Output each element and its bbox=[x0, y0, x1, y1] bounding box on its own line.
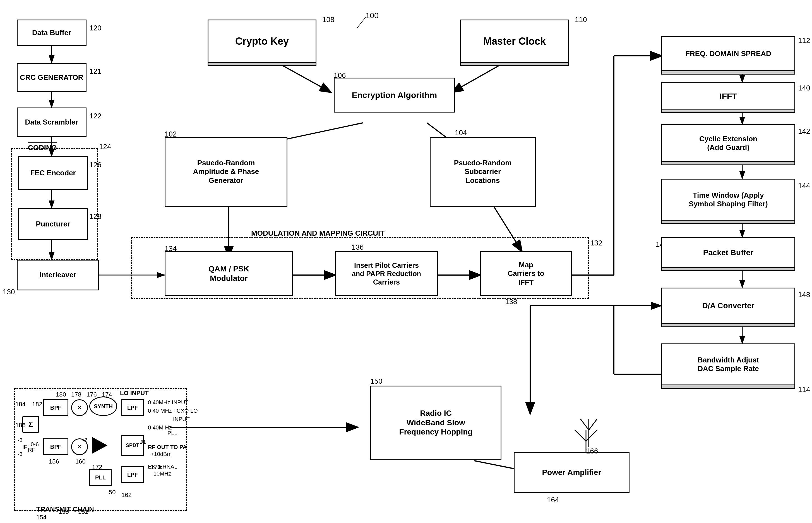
ref-186: 186 bbox=[15, 422, 26, 429]
synth-block: SYNTH bbox=[89, 397, 117, 416]
ref-100: 100 bbox=[365, 11, 379, 20]
label-external: EXTERNAL bbox=[148, 464, 177, 470]
ref-106: 106 bbox=[334, 71, 346, 80]
label-if: IF bbox=[22, 444, 27, 450]
ifft-block: IFFT bbox=[661, 83, 795, 110]
fec-encoder-block: FEC Encoder bbox=[18, 156, 88, 190]
ref-166: 166 bbox=[586, 447, 598, 455]
svg-line-36 bbox=[357, 17, 365, 28]
bpf-top-block: BPF bbox=[43, 399, 68, 416]
label-rf: RF bbox=[28, 447, 35, 453]
ref-121: 121 bbox=[89, 67, 101, 76]
ref-124: 124 bbox=[99, 142, 111, 151]
ref-184: 184 bbox=[15, 401, 26, 408]
label-minus2: -2 bbox=[82, 437, 87, 444]
crc-generator-block: CRC GENERATOR bbox=[17, 63, 87, 92]
radio-ic-block: Radio IC WideBand Slow Frequency Hopping bbox=[370, 385, 502, 459]
qam-psk-block: QAM / PSK Modulator bbox=[165, 251, 293, 296]
interleaver-block: Interleaver bbox=[17, 260, 99, 290]
ref-176: 176 bbox=[87, 391, 97, 398]
ref-182: 182 bbox=[32, 401, 42, 408]
ref-134: 134 bbox=[165, 244, 177, 253]
mixer-top: × bbox=[71, 399, 88, 416]
pll-block: PLL bbox=[89, 469, 112, 486]
label-plus10dbm: +10dBm bbox=[151, 451, 172, 457]
da-converter-block: D/A Converter bbox=[661, 288, 795, 324]
freq-domain-block: FREQ. DOMAIN SPREAD bbox=[661, 36, 795, 71]
ref-164: 164 bbox=[547, 495, 559, 504]
label-input: INPUT bbox=[173, 416, 190, 422]
bandwidth-adjust-block: Bandwidth Adjust DAC Sample Rate bbox=[661, 343, 795, 385]
ref-160: 160 bbox=[75, 458, 86, 465]
ref-114: 114 bbox=[798, 385, 810, 394]
ref-104: 104 bbox=[455, 128, 467, 137]
data-buffer-block: Data Buffer bbox=[17, 20, 87, 46]
ref-178: 178 bbox=[71, 391, 81, 398]
label-10mhz: 10MHz bbox=[153, 470, 171, 477]
ref-172: 172 bbox=[92, 464, 102, 471]
ref-174: 174 bbox=[102, 391, 112, 398]
ref-108: 108 bbox=[322, 15, 334, 24]
ref-154: 154 bbox=[36, 514, 46, 521]
label-pll: PLL bbox=[167, 430, 177, 436]
ref-142: 142 bbox=[798, 127, 810, 136]
ref-150: 150 bbox=[370, 377, 382, 385]
svg-line-38 bbox=[580, 419, 589, 430]
antenna-icon bbox=[575, 413, 603, 447]
amplifier-symbol bbox=[92, 437, 108, 454]
ref-112: 112 bbox=[798, 36, 810, 45]
crypto-key-block: Crypto Key bbox=[208, 20, 317, 63]
ref-128: 128 bbox=[89, 212, 101, 221]
ref-120: 120 bbox=[89, 24, 101, 32]
packet-buffer-block: Packet Buffer bbox=[661, 237, 795, 268]
label-j1: J1 bbox=[139, 438, 146, 446]
master-clock-block: Master Clock bbox=[460, 20, 569, 63]
label-minus3: -3 bbox=[18, 437, 23, 444]
ref-122: 122 bbox=[89, 112, 101, 120]
ref-144: 144 bbox=[798, 181, 810, 190]
ref-162: 162 bbox=[121, 491, 132, 499]
ref-102: 102 bbox=[165, 130, 177, 139]
ref-138: 138 bbox=[505, 297, 517, 306]
ref-158: 158 bbox=[59, 508, 69, 516]
power-amplifier-block: Power Amplifier bbox=[514, 452, 629, 493]
ref-152: 152 bbox=[78, 508, 89, 516]
pseudo-random-amp-block: Psuedo-Random Amplitude & Phase Generato… bbox=[165, 137, 287, 206]
puncturer-block: Puncturer bbox=[18, 208, 88, 240]
diagram-container: Data Buffer 120 CRC GENERATOR 121 Data S… bbox=[0, 0, 812, 523]
time-window-block: Time Window (Apply Symbol Shaping Filter… bbox=[661, 179, 795, 221]
lpf-bottom-block: LPF bbox=[121, 466, 144, 483]
ref-140: 140 bbox=[798, 84, 810, 92]
label-rf-out-to-pa: RF OUT TO PA bbox=[148, 444, 187, 450]
bpf-bottom-block: BPF bbox=[43, 438, 68, 455]
ref-148: 148 bbox=[798, 290, 810, 299]
pseudo-random-sub-block: Psuedo-Random Subcarrier Locations bbox=[430, 137, 536, 206]
lo-input: LO INPUT bbox=[120, 390, 149, 397]
ref-136: 136 bbox=[352, 243, 364, 252]
lpf-top-block: LPF bbox=[121, 399, 144, 416]
ref-180: 180 bbox=[56, 391, 66, 398]
ref-130: 130 bbox=[3, 288, 15, 296]
cyclic-ext-block: Cyclic Extension (Add Guard) bbox=[661, 124, 795, 162]
map-carriers-block: Map Carriers to IFFT bbox=[480, 251, 572, 296]
ref-132: 132 bbox=[590, 239, 602, 247]
data-scrambler-block: Data Scrambler bbox=[17, 108, 87, 137]
label-minus3-2: -3 bbox=[18, 451, 23, 457]
encryption-algo-block: Encryption Algorithm bbox=[334, 78, 455, 112]
label-40mhz-input: 0 40MHz INPUT bbox=[148, 399, 189, 406]
ref-156: 156 bbox=[49, 458, 59, 465]
insert-pilot-block: Insert Pilot Carriers and PAPR Reduction… bbox=[335, 251, 438, 296]
mod-mapping-label: MODULATION AND MAPPING CIRCUIT bbox=[251, 229, 384, 238]
svg-line-40 bbox=[589, 419, 597, 430]
coding-label: CODING bbox=[28, 142, 57, 152]
ref-126: 126 bbox=[89, 161, 101, 169]
label-40mhz-tcxo: 0 40 MHz TCXO LO bbox=[148, 408, 198, 414]
label-0-6: 0-6 bbox=[31, 441, 39, 448]
ref-50: 50 bbox=[109, 489, 115, 496]
ref-110: 110 bbox=[575, 15, 587, 24]
